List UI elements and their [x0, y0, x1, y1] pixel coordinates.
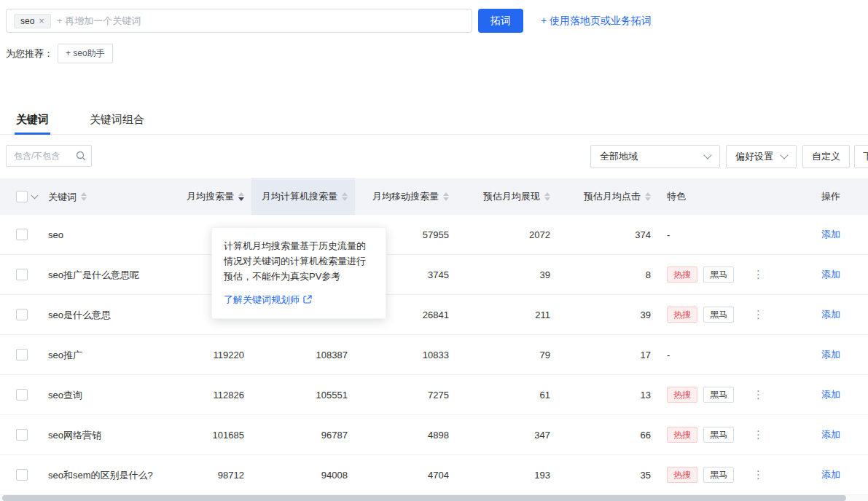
tab-keyword-combos[interactable]: 关键词组合 — [88, 107, 146, 135]
download-button[interactable]: 下 — [854, 145, 868, 168]
impressions-cell: 347 — [456, 430, 558, 441]
add-link[interactable]: 添加 — [821, 228, 840, 241]
row-checkbox[interactable] — [16, 469, 28, 481]
sort-icon[interactable] — [81, 192, 87, 201]
more-options-icon[interactable]: ⋮ — [753, 428, 764, 441]
keyword-input-box[interactable]: seo × — [6, 9, 472, 33]
table-header: 关键词 月均搜索量 月均计算机搜索量 月均移动搜索量 预估月均展现 预估月均点击 — [0, 178, 868, 215]
impressions-cell: 61 — [456, 390, 558, 401]
customize-button[interactable]: 自定义 — [802, 145, 850, 168]
keyword-cell: seo和sem的区别是什么? — [41, 469, 175, 481]
hot-search-badge: 热搜 — [667, 307, 697, 323]
clicks-cell: 35 — [558, 470, 658, 481]
select-all-cell — [0, 178, 41, 215]
more-options-icon[interactable]: ⋮ — [753, 388, 764, 401]
table-row: seo是什么意思 26841 211 39 热搜黑马⋮ 添加 — [0, 295, 868, 335]
table-row: seo和sem的区别是什么? 98712 94008 4704 193 35 热… — [0, 455, 868, 495]
action-cell: 添加 — [802, 388, 868, 401]
table-row: seo查询 112826 105551 7275 61 13 热搜黑马⋮ 添加 — [0, 375, 868, 415]
action-cell: 添加 — [802, 428, 868, 441]
row-checkbox[interactable] — [16, 349, 28, 360]
action-cell: 添加 — [802, 468, 868, 481]
contains-filter — [6, 145, 92, 167]
expand-words-button[interactable]: 拓词 — [478, 9, 523, 33]
keywords-table: 关键词 月均搜索量 月均计算机搜索量 月均移动搜索量 预估月均展现 预估月均点击 — [0, 178, 868, 495]
monthly-search-cell: 101685 — [175, 430, 251, 441]
sort-icon[interactable] — [544, 192, 550, 201]
remove-keyword-icon[interactable]: × — [39, 16, 44, 25]
features-cell: - — [658, 229, 802, 240]
row-checkbox[interactable] — [16, 389, 28, 401]
keyword-input-row: seo × 拓词 + 使用落地页或业务拓词 — [6, 9, 868, 33]
row-checkbox-cell — [0, 469, 41, 481]
horizontal-scrollbar — [0, 495, 868, 501]
impressions-cell: 193 — [456, 470, 558, 481]
add-link[interactable]: 添加 — [821, 348, 840, 361]
dark-horse-badge: 黑马 — [703, 307, 734, 323]
mobile-search-cell: 10833 — [355, 350, 456, 360]
monthly-search-cell: 98712 — [175, 470, 251, 481]
dark-horse-badge: 黑马 — [703, 467, 734, 483]
recommend-keyword-chip[interactable]: + seo助手 — [58, 44, 113, 63]
row-checkbox[interactable] — [16, 309, 28, 320]
hot-search-badge: 热搜 — [667, 427, 697, 443]
col-header-monthly-search[interactable]: 月均搜索量 — [175, 178, 251, 215]
add-link[interactable]: 添加 — [821, 308, 840, 321]
col-header-keyword[interactable]: 关键词 — [41, 178, 175, 215]
table-body: seo 57955 2072 374 - 添加 seo推广是什么意思呢 3745… — [0, 215, 868, 495]
add-link[interactable]: 添加 — [821, 468, 840, 481]
pc-search-cell: 108387 — [251, 350, 355, 360]
add-link[interactable]: 添加 — [821, 268, 840, 281]
recommend-row: 为您推荐： + seo助手 — [6, 44, 868, 63]
add-link[interactable]: 添加 — [821, 388, 840, 401]
sort-icon[interactable] — [342, 192, 348, 201]
dark-horse-badge: 黑马 — [703, 427, 734, 443]
add-keyword-input[interactable] — [57, 15, 464, 26]
sort-icon[interactable] — [443, 192, 449, 201]
row-checkbox[interactable] — [16, 269, 28, 280]
keyword-tag: seo × — [14, 14, 51, 28]
tab-keywords[interactable]: 关键词 — [15, 107, 50, 135]
row-checkbox[interactable] — [16, 229, 28, 240]
col-header-features: 特色 — [658, 178, 802, 215]
keyword-tag-label: seo — [20, 16, 34, 26]
more-options-icon[interactable]: ⋮ — [753, 308, 764, 321]
tooltip-text: 计算机月均搜索量基于历史流量的情况对关键词的计算机检索量进行预估，不能作为真实P… — [224, 238, 374, 284]
col-header-mobile-search[interactable]: 月均移动搜索量 — [355, 178, 456, 215]
add-link[interactable]: 添加 — [821, 428, 840, 441]
row-checkbox-cell — [0, 229, 41, 240]
more-options-icon[interactable]: ⋮ — [753, 268, 764, 281]
contains-filter-input[interactable] — [6, 145, 92, 167]
select-all-checkbox[interactable] — [16, 191, 28, 202]
row-checkbox-cell — [0, 309, 41, 320]
preference-select[interactable]: 偏好设置 — [726, 145, 797, 168]
hot-search-badge: 热搜 — [667, 467, 697, 483]
keyword-planner-page: seo × 拓词 + 使用落地页或业务拓词 为您推荐： + seo助手 关键词 … — [0, 0, 868, 501]
more-options-icon[interactable]: ⋮ — [753, 468, 764, 481]
sort-icon[interactable] — [238, 192, 244, 201]
keyword-cell: seo推广是什么意思呢 — [41, 269, 175, 281]
row-checkbox-cell — [0, 389, 41, 401]
col-header-clicks[interactable]: 预估月均点击 — [558, 178, 658, 215]
landing-page-expand-link[interactable]: + 使用落地页或业务拓词 — [541, 15, 652, 28]
dark-horse-badge: 黑马 — [703, 267, 734, 283]
result-tabs: 关键词 关键词组合 — [0, 107, 868, 135]
pc-search-cell: 105551 — [251, 390, 355, 401]
col-header-pc-search[interactable]: 月均计算机搜索量 — [251, 178, 355, 215]
keyword-cell: seo是什么意思 — [41, 309, 175, 321]
scrollbar-thumb[interactable] — [2, 495, 846, 501]
col-header-impressions[interactable]: 预估月均展现 — [456, 178, 558, 215]
features-cell: 热搜黑马⋮ — [658, 427, 802, 443]
impressions-cell: 211 — [456, 309, 558, 320]
action-cell: 添加 — [802, 348, 868, 361]
mobile-search-cell: 7275 — [355, 390, 456, 401]
recommend-label: 为您推荐： — [6, 47, 53, 60]
row-checkbox[interactable] — [16, 429, 28, 441]
region-select[interactable]: 全部地域 — [590, 145, 720, 168]
sort-icon[interactable] — [645, 192, 651, 201]
learn-more-link[interactable]: 了解关键词规划师 — [224, 293, 312, 307]
features-cell: 热搜黑马⋮ — [658, 467, 802, 483]
pc-volume-tooltip: 计算机月均搜索量基于历史流量的情况对关键词的计算机检索量进行预估，不能作为真实P… — [211, 227, 386, 319]
table-row: seo推广 119220 108387 10833 79 17 - 添加 — [0, 335, 868, 375]
chevron-down-icon[interactable] — [31, 192, 39, 200]
